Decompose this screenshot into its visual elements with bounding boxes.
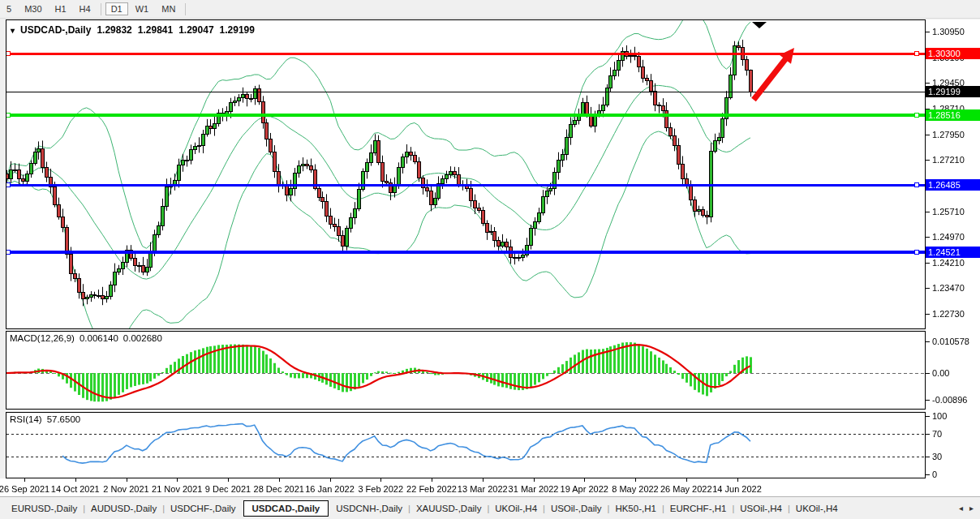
price-level-badge: 1.26485 <box>926 179 980 191</box>
date-label: 9 Dec 2021 <box>205 484 251 494</box>
chart-canvas[interactable] <box>0 0 980 519</box>
chart-tab-usoildaily-7[interactable]: USOil-,Daily <box>546 500 607 517</box>
toolbar-separator <box>185 3 186 15</box>
timeframe-button-h4[interactable]: H4 <box>74 2 97 15</box>
chart-tab-audusddaily-1[interactable]: AUDUSD-,Daily <box>86 500 161 517</box>
ohlc-close: 1.29199 <box>220 24 255 36</box>
ohlc-low: 1.29047 <box>178 24 213 36</box>
macd-tick-label: -0.00896 <box>932 395 967 405</box>
chart-tab-hk50h1-8[interactable]: HK50-,H1 <box>610 500 661 517</box>
macd-tick-label: 0.010578 <box>932 337 969 346</box>
tab-scroll-right-icon[interactable]: ▸ <box>969 504 974 513</box>
date-label: 26 Sep 2021 <box>0 484 49 494</box>
price-tick-label: 1.30950 <box>932 27 965 36</box>
mt4-terminal: 5M30H1H4D1W1MN ▾ USDCAD-,Daily 1.29832 1… <box>0 0 980 519</box>
chart-tab-eurchfh1-9[interactable]: EURCHF-,H1 <box>665 500 732 517</box>
rsi-indicator-label: RSI(14) 57.6500 <box>10 414 80 424</box>
symbol-ohlc-header: ▾ USDCAD-,Daily 1.29832 1.29841 1.29047 … <box>11 24 255 36</box>
date-label: 16 Jan 2022 <box>305 484 355 494</box>
chart-tab-usdcaddaily-3[interactable]: USDCAD-,Daily <box>243 500 329 517</box>
tab-scroll-left-icon[interactable]: ◂ <box>959 504 963 513</box>
chart-tab-xauusddaily-5[interactable]: XAUUSD-,Daily <box>411 500 487 517</box>
macd-title: MACD(12,26,9) <box>10 333 75 343</box>
rsi-tick-label: 70 <box>932 429 942 439</box>
macd-value-main: 0.006140 <box>80 333 118 343</box>
price-tick-label: 1.25710 <box>932 207 965 217</box>
timeframe-button-5[interactable]: 5 <box>1 2 17 15</box>
price-tick-label: 1.27950 <box>932 130 965 139</box>
date-label: 14 Jun 2022 <box>712 484 762 494</box>
price-tick-label: 1.27210 <box>932 155 965 165</box>
chart-tab-ukoilh4-11[interactable]: UKOil-,H4 <box>791 500 843 517</box>
price-level-badge: 1.30300 <box>926 48 980 59</box>
rsi-title: RSI(14) <box>10 414 42 424</box>
rsi-tick-label: 0 <box>932 470 937 479</box>
price-tick-label: 1.24210 <box>932 258 965 268</box>
macd-indicator-label: MACD(12,26,9) 0.006140 0.002680 <box>10 333 162 343</box>
date-label: 21 Nov 2021 <box>152 484 202 494</box>
trend-arrow-shape[interactable] <box>751 48 794 101</box>
date-label: 2 Nov 2021 <box>103 484 148 494</box>
date-label: 8 May 2022 <box>612 484 658 494</box>
chart-tab-usdcnhdaily-4[interactable]: USDCNH-,Daily <box>331 500 407 517</box>
rsi-value: 57.6500 <box>47 414 81 424</box>
date-label: 14 Oct 2021 <box>51 484 100 494</box>
timeframe-button-d1[interactable]: D1 <box>105 2 128 15</box>
chart-tab-eurusddaily-0[interactable]: EURUSD-,Daily <box>6 500 82 517</box>
trend-arrow-annotation[interactable] <box>730 32 819 114</box>
symbol-name: USDCAD-,Daily <box>20 24 91 36</box>
price-level-badge: 1.28516 <box>926 109 980 121</box>
macd-value-signal: 0.002680 <box>123 333 162 343</box>
price-level-badge: 1.24521 <box>926 247 980 258</box>
ohlc-high: 1.29841 <box>138 24 173 36</box>
price-tick-label: 1.23470 <box>932 283 965 293</box>
date-label: 22 Feb 2022 <box>406 484 457 494</box>
chart-tab-ukoilh4-6[interactable]: UKOil-,H4 <box>490 500 542 517</box>
date-label: 26 May 2022 <box>660 484 712 494</box>
timeframe-toolbar: 5M30H1H4D1W1MN <box>0 0 980 19</box>
rsi-tick-label: 100 <box>932 411 947 421</box>
timeframe-button-m30[interactable]: M30 <box>19 2 47 15</box>
date-label: 28 Dec 2021 <box>254 484 304 494</box>
price-tick-label: 1.22730 <box>932 309 965 319</box>
price-level-badge: 1.29199 <box>926 86 980 97</box>
chart-tab-usdchfdaily-2[interactable]: USDCHF-,Daily <box>165 500 241 517</box>
rsi-tick-label: 30 <box>932 452 942 461</box>
price-tick-label: 1.24970 <box>932 232 965 242</box>
date-label: 19 Apr 2022 <box>561 484 608 494</box>
chart-tab-usoilh4-10[interactable]: USOil-,H4 <box>735 500 787 517</box>
timeframe-button-w1[interactable]: W1 <box>130 2 155 15</box>
chart-tab-bar: EURUSD-,Daily|AUDUSD-,Daily|USDCHF-,Dail… <box>0 496 980 519</box>
date-label: 31 Mar 2022 <box>509 484 559 494</box>
tab-scroll-controls: ◂▸ <box>959 504 980 513</box>
timeframe-button-mn[interactable]: MN <box>156 2 181 15</box>
toolbar-separator <box>101 3 101 15</box>
date-label: 13 Mar 2022 <box>458 484 508 494</box>
date-label: 3 Feb 2022 <box>358 484 403 494</box>
ohlc-open: 1.29832 <box>97 24 131 36</box>
macd-tick-label: 0.00 <box>932 368 949 378</box>
timeframe-button-h1[interactable]: H1 <box>49 2 72 15</box>
chart-shift-marker-icon <box>752 22 767 28</box>
symbol-dropdown-icon[interactable]: ▾ <box>11 26 15 35</box>
